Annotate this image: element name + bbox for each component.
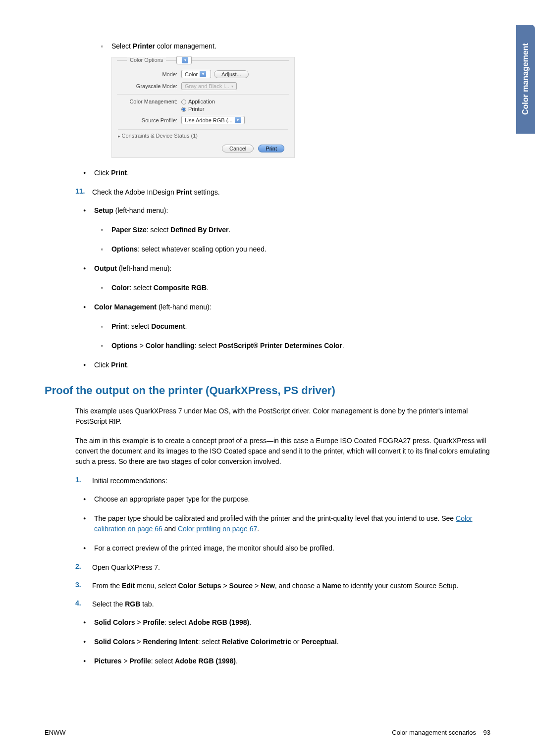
step-body: Initial recommendations: (92, 476, 490, 486)
s4-pictures-profile: Pictures > Profile: select Adobe RGB (19… (94, 656, 490, 666)
step-number: 3. (75, 581, 92, 591)
txt: From the (92, 582, 122, 590)
para-1: This example uses QuarkXPress 7 under Ma… (45, 406, 490, 427)
radio-application[interactable]: Application (181, 99, 215, 104)
bold: Print (176, 188, 192, 196)
sub-item-select-printer: Select Printer color management. (111, 42, 490, 50)
step-body: Select the RGB tab. (92, 599, 490, 609)
bold: Relative Colorimetric (222, 638, 291, 646)
footer-label: Color management scenarios (392, 729, 476, 736)
txt: tab. (140, 600, 154, 608)
bold: Composite RGB (154, 284, 207, 292)
bold: Printer (133, 42, 155, 50)
step-1: 1. Initial recommendations: (45, 476, 490, 486)
radio-group: Application Printer (181, 99, 215, 112)
bold: Color Management (94, 303, 157, 311)
bold: Options (111, 245, 138, 253)
mode-select[interactable]: Color▾ (181, 70, 211, 78)
s1-b2: The paper type should be calibrated and … (94, 513, 490, 534)
txt: > (135, 618, 143, 626)
section-heading: Proof the output on the printer (QuarkXP… (45, 384, 490, 397)
label: Source Profile: (117, 117, 181, 123)
radio-printer[interactable]: Printer (181, 106, 215, 112)
bold: Output (94, 264, 117, 272)
label: Color Management: (117, 99, 181, 104)
footer-right: Color management scenarios 93 (392, 729, 490, 736)
radio-icon (181, 107, 186, 112)
bold: Perceptual (301, 638, 337, 646)
step-2: 2. Open QuarkXPress 7. (45, 562, 490, 573)
txt: : select (127, 322, 151, 330)
txt: : select (195, 342, 218, 350)
bullet-click-print-2: Click Print. (94, 360, 490, 370)
s1-b3: For a correct preview of the printed ima… (94, 543, 490, 554)
fieldset: Color Options ▾ Mode: Color▾ Adjust... G… (117, 60, 289, 124)
txt: (left-hand menu): (157, 303, 212, 311)
bold: Print (111, 322, 127, 330)
txt: : select whatever scaling option you nee… (138, 245, 267, 253)
txt: Click (94, 169, 111, 177)
step-3: 3. From the Edit menu, select Color Setu… (45, 581, 490, 591)
print-button[interactable]: Print (258, 145, 284, 152)
row-profile: Source Profile: Use Adobe RGB (...▾ (117, 116, 289, 124)
step-number: 4. (75, 599, 92, 609)
txt: : select (130, 284, 154, 292)
step-body: Check the Adobe InDesign Print settings. (92, 187, 490, 198)
page-content: Select Printer color management. Color O… (45, 42, 490, 666)
radio-label: Printer (188, 106, 204, 112)
txt: (left-hand menu): (113, 206, 168, 214)
bold: Edit (122, 582, 135, 590)
chevron-down-icon: ▾ (182, 57, 188, 63)
txt: : select (198, 638, 222, 646)
s4-solid-colors-profile: Solid Colors > Profile: select Adobe RGB… (94, 617, 490, 628)
bold: New (261, 582, 275, 590)
bold: Name (322, 582, 341, 590)
step-number: 1. (75, 476, 92, 486)
txt: . (257, 525, 259, 533)
disclosure-row[interactable]: Constraints & Device Status (1) (118, 129, 288, 141)
bold: Color Setups (178, 582, 221, 590)
bold: Color (111, 284, 130, 292)
adjust-button[interactable]: Adjust... (214, 70, 249, 78)
txt: to identify your custom Source Setup. (341, 582, 459, 590)
txt: . (249, 618, 251, 626)
value: Color (185, 71, 198, 77)
step-number: 11. (75, 187, 92, 198)
txt: . (236, 657, 238, 665)
step-number: 2. (75, 562, 92, 573)
s1-b1: Choose an appropriate paper type for the… (94, 494, 490, 504)
sub-cm-print: Print: select Document. (111, 321, 490, 332)
bullet-click-print: Click Print. (94, 168, 490, 178)
bold: Adobe RGB (1998) (175, 657, 236, 665)
bold: Defined By Driver (170, 226, 228, 234)
bullet-output: Output (left-hand menu): Color: select C… (94, 263, 490, 293)
bold: Setup (94, 206, 113, 214)
link-color-profiling[interactable]: Color profiling on page 67 (178, 525, 257, 533)
txt: The paper type should be calibrated and … (94, 514, 456, 522)
value: Gray and Black i... (185, 83, 229, 89)
txt: Select the (92, 600, 125, 608)
bold: Print (111, 169, 127, 177)
txt: color management. (155, 42, 216, 50)
dialog-footer: Cancel Print (112, 141, 294, 153)
color-options-dialog: Color Options ▾ Mode: Color▾ Adjust... G… (111, 57, 295, 158)
chevron-down-icon: ▾ (200, 71, 206, 77)
txt: Check the Adobe InDesign (92, 188, 176, 196)
txt: , and choose a (275, 582, 322, 590)
bold: RGB (125, 600, 140, 608)
sub-options: Options: select whatever scaling option … (111, 244, 490, 254)
bold: Adobe RGB (1998) (188, 618, 249, 626)
cancel-button[interactable]: Cancel (222, 145, 254, 152)
bold: Paper Size (111, 226, 147, 234)
txt: settings. (192, 188, 220, 196)
label: Grayscale Mode: (117, 83, 181, 89)
fieldset-dropdown[interactable]: ▾ (176, 56, 192, 64)
txt: . (185, 322, 187, 330)
profile-select[interactable]: Use Adobe RGB (...▾ (181, 116, 245, 124)
txt: . (127, 169, 129, 177)
txt: > (138, 342, 146, 350)
fieldset-legend: Color Options (127, 57, 166, 63)
s4-solid-colors-intent: Solid Colors > Rendering Intent: select … (94, 637, 490, 647)
footer-left: ENWW (45, 729, 66, 736)
txt: . (342, 342, 344, 350)
